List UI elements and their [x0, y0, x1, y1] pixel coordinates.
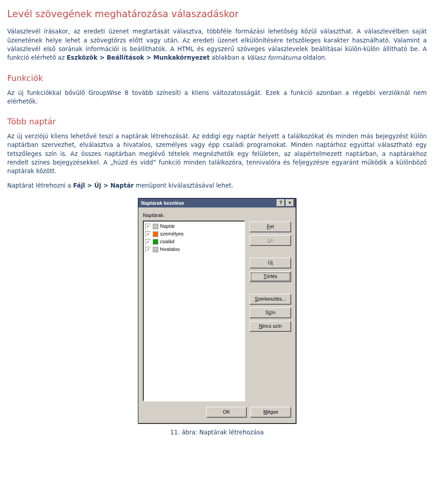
dialog-titlebar[interactable]: Naptárak kezelése ? × [138, 198, 296, 207]
move-down-button[interactable]: Le [250, 235, 291, 246]
text: Naptárat létrehozni a [7, 182, 73, 189]
move-up-button[interactable]: Fel [250, 221, 291, 232]
calendar-listbox[interactable]: ✓ Naptár ✓ személyes ✓ család [143, 221, 245, 401]
list-item[interactable]: ✓ hivatalos [145, 246, 243, 254]
figure-caption: 11. ábra: Naptárak létrehozása [7, 428, 427, 437]
paragraph-calendars-2: Naptárat létrehozni a Fájl > Új > Naptár… [7, 181, 427, 190]
color-button[interactable]: Szín [250, 307, 291, 318]
checkbox-icon[interactable]: ✓ [145, 247, 151, 253]
page-name: Válasz formátuma [247, 54, 301, 61]
close-icon[interactable]: × [286, 199, 294, 207]
delete-button[interactable]: Törlés [250, 271, 291, 282]
text: menüpont kiválasztásával lehet. [134, 182, 233, 189]
item-label: személyes [160, 231, 184, 238]
color-swatch [153, 247, 158, 252]
color-swatch [153, 239, 158, 245]
color-swatch [153, 231, 158, 237]
heading-multiple-calendars: Több naptár [7, 116, 427, 127]
item-label: Naptár [160, 223, 175, 230]
checkbox-icon[interactable]: ✓ [145, 224, 151, 230]
menu-path: Fájl > Új > Naptár [73, 182, 134, 189]
list-item[interactable]: ✓ személyes [145, 231, 243, 238]
list-item[interactable]: ✓ Naptár [145, 223, 243, 231]
checkbox-icon[interactable]: ✓ [145, 231, 151, 237]
menu-path: Eszközök > Beállítások > Munkakörnyezet [66, 54, 209, 61]
checkbox-icon[interactable]: ✓ [145, 239, 151, 245]
paragraph-functions: Az új funkciókkal bővülő GroupWise 8 tov… [7, 89, 427, 106]
paragraph-reply: Válaszlevél írásakor, az eredeti üzenet … [7, 27, 427, 62]
no-color-button[interactable]: Nincs szín [250, 321, 291, 332]
item-label: hivatalos [160, 246, 179, 253]
paragraph-calendars-1: Az új verziójú kliens lehetővé teszi a n… [7, 132, 427, 175]
heading-reply-text: Levél szövegének meghatározása válaszadá… [7, 7, 427, 21]
new-button[interactable]: Új [250, 258, 291, 268]
heading-functions: Funkciók [7, 72, 427, 84]
dialog-manage-calendars: Naptárak kezelése ? × Naptárak: ✓ Naptár [138, 198, 296, 424]
list-item[interactable]: ✓ család [145, 238, 243, 246]
help-icon[interactable]: ? [277, 199, 285, 207]
edit-button[interactable]: Szerkesztés... [250, 294, 291, 305]
dialog-title: Naptárak kezelése [141, 198, 184, 207]
ok-button[interactable]: OK [206, 407, 247, 418]
color-swatch [153, 224, 158, 229]
text: ablakban a [210, 54, 247, 61]
text: oldalon. [301, 54, 327, 61]
list-label: Naptárak: [143, 212, 245, 219]
figure-dialog: Naptárak kezelése ? × Naptárak: ✓ Naptár [7, 198, 427, 424]
item-label: család [160, 238, 175, 245]
cancel-button[interactable]: Mégse [250, 407, 291, 418]
